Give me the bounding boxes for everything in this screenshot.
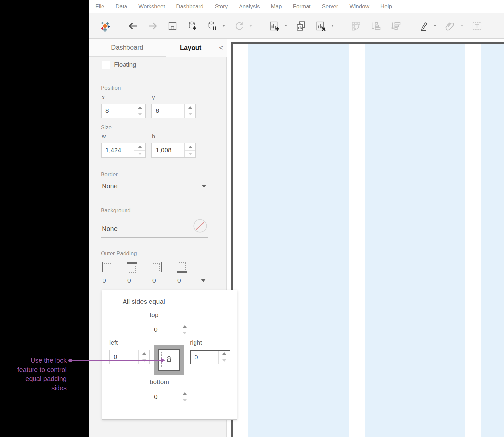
highlighter-icon[interactable] [417, 20, 429, 32]
toolbar-separator [409, 17, 409, 35]
padding-right-value[interactable]: 0 [152, 277, 156, 284]
spin-up-button[interactable] [134, 104, 145, 111]
new-data-source-icon[interactable] [186, 20, 198, 32]
menu-file[interactable]: File [95, 3, 104, 10]
border-dropdown-value[interactable]: None [102, 182, 118, 190]
dashboard-zone[interactable] [248, 44, 349, 437]
size-h-value[interactable]: 1,008 [152, 143, 184, 157]
spinner-buttons [134, 143, 145, 157]
highlighter-dropdown-caret[interactable] [434, 25, 436, 27]
pause-auto-updates-dropdown-caret[interactable] [222, 25, 225, 27]
clear-sheet-dropdown-caret[interactable] [331, 25, 334, 27]
spin-down-button[interactable] [134, 111, 145, 118]
padding-bottom-value[interactable]: 0 [177, 277, 181, 284]
spin-up-button[interactable] [179, 323, 190, 330]
tab-layout[interactable]: Layout [166, 39, 216, 57]
padding-top-spinner[interactable]: 0 [150, 323, 190, 337]
menu-story[interactable]: Story [215, 3, 228, 10]
padding-bottom-icon [177, 262, 189, 273]
spin-down-button[interactable] [185, 151, 195, 158]
dashboard-zone[interactable] [365, 44, 465, 437]
menu-worksheet[interactable]: Worksheet [138, 3, 165, 10]
position-x-spinner[interactable]: 8 [101, 104, 146, 118]
spin-down-button[interactable] [134, 151, 145, 158]
padding-top-spinner-value[interactable]: 0 [150, 323, 179, 337]
position-y-spinner[interactable]: 8 [151, 104, 196, 118]
spin-up-button[interactable] [219, 351, 230, 357]
menu-window[interactable]: Window [349, 3, 369, 10]
padding-left-spinner[interactable]: 0 [109, 350, 150, 364]
text-box-icon [471, 20, 483, 32]
lock-button-highlight [154, 345, 184, 375]
border-dropdown-caret[interactable] [202, 185, 206, 188]
spinner-buttons [138, 350, 149, 364]
padding-left-value[interactable]: 0 [103, 277, 106, 284]
position-y-value[interactable]: 8 [152, 104, 184, 118]
redo-forward-arrow-icon[interactable] [147, 20, 159, 32]
dashboard-zone[interactable] [481, 44, 504, 437]
spin-down-button[interactable] [179, 330, 190, 337]
padding-left-icon [102, 262, 114, 273]
clear-sheet-icon[interactable] [315, 20, 327, 32]
swap-rows-columns-icon [350, 20, 362, 32]
sort-ascending-icon [370, 20, 381, 32]
panel-divider-line [89, 352, 102, 352]
position-y-label: y [152, 94, 155, 101]
menu-analysis[interactable]: Analysis [239, 3, 260, 10]
padding-right-spinner-value[interactable]: 0 [191, 351, 218, 364]
size-w-value[interactable]: 1,424 [102, 143, 134, 157]
spin-down-button[interactable] [179, 397, 190, 404]
position-x-value[interactable]: 8 [102, 104, 134, 118]
floating-checkbox[interactable] [102, 61, 110, 69]
menu-server[interactable]: Server [322, 3, 338, 10]
spinner-buttons [179, 323, 190, 337]
tab-dashboard[interactable]: Dashboard [89, 39, 166, 57]
menu-map[interactable]: Map [271, 3, 282, 10]
outer-padding-dropdown-caret[interactable] [201, 279, 206, 282]
pause-auto-updates-icon[interactable] [206, 20, 218, 32]
spin-down-button[interactable] [185, 111, 195, 118]
new-worksheet-icon[interactable] [268, 20, 280, 32]
spin-up-button[interactable] [139, 350, 149, 357]
no-color-icon[interactable] [193, 219, 207, 234]
spinner-buttons [184, 104, 195, 118]
menu-format[interactable]: Format [293, 3, 311, 10]
toolbar [89, 13, 504, 39]
spin-up-button[interactable] [185, 143, 195, 151]
menu-data[interactable]: Data [115, 3, 127, 10]
padding-bottom-spinner[interactable]: 0 [150, 390, 190, 404]
spin-up-button[interactable] [185, 104, 195, 111]
padding-left-spinner-value[interactable]: 0 [110, 350, 138, 364]
menu-help[interactable]: Help [380, 3, 392, 10]
padding-right-spinner[interactable]: 0 [190, 350, 230, 364]
padding-right-icon [152, 262, 164, 273]
padding-top-label: top [150, 311, 158, 319]
run-auto-updates-dropdown-caret [249, 25, 252, 27]
size-h-spinner[interactable]: 1,008 [151, 143, 196, 158]
all-sides-equal-checkbox[interactable] [110, 297, 118, 305]
undo-back-arrow-icon[interactable] [127, 20, 139, 32]
menu-dashboard[interactable]: Dashboard [176, 3, 203, 10]
outer-padding-section-label: Outer Padding [101, 250, 137, 257]
menu-bar: File Data Worksheet Dashboard Story Anal… [89, 0, 504, 13]
padding-top-value[interactable]: 0 [127, 277, 131, 284]
sort-descending-icon [389, 20, 401, 32]
size-w-spinner[interactable]: 1,424 [101, 143, 146, 158]
duplicate-sheet-icon[interactable] [295, 20, 307, 32]
spin-up-button[interactable] [134, 143, 145, 151]
outer-padding-popup: All sides equal top 0 left 0 [102, 290, 237, 420]
collapse-pane-icon[interactable]: < [216, 39, 227, 57]
dashboard-canvas[interactable] [231, 42, 504, 437]
new-worksheet-dropdown-caret[interactable] [285, 25, 287, 27]
run-auto-updates-icon [233, 20, 245, 32]
position-section-label: Position [101, 85, 121, 91]
spinner-buttons [184, 143, 195, 157]
annotation-arrow-line [72, 360, 161, 361]
spin-down-button[interactable] [219, 357, 230, 364]
spinner-buttons [218, 351, 230, 364]
padding-bottom-spinner-value[interactable]: 0 [150, 390, 179, 404]
spin-up-button[interactable] [179, 390, 190, 397]
background-dropdown-value[interactable]: None [102, 225, 118, 232]
pane-tabs: Dashboard Layout < [89, 39, 227, 57]
save-icon[interactable] [167, 20, 178, 32]
